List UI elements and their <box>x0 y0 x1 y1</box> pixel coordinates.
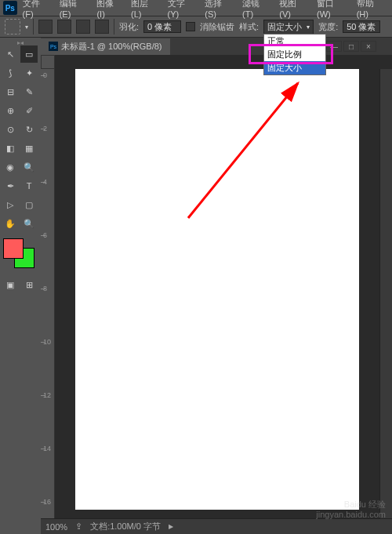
tool-text[interactable]: T <box>20 177 38 194</box>
style-select-value: 固定大小 <box>267 21 302 33</box>
tool-brush[interactable]: ✐ <box>20 102 38 119</box>
tool-eraser[interactable]: ◧ <box>2 140 19 157</box>
selection-add-button[interactable] <box>57 20 71 34</box>
menu-view[interactable]: 视图(V) <box>275 0 311 20</box>
tool-dodge[interactable]: 🔍 <box>20 158 38 176</box>
tool-screenmode[interactable]: ⊞ <box>20 276 38 293</box>
tool-lasso[interactable]: ⟆ <box>2 64 19 82</box>
tool-crop[interactable]: ⊟ <box>2 83 19 100</box>
tool-hand[interactable]: ✋ <box>2 215 19 232</box>
menu-filter[interactable]: 滤镜(T) <box>238 0 274 20</box>
tool-eyedropper[interactable]: ✎ <box>20 83 38 100</box>
color-swatches[interactable] <box>2 238 38 270</box>
style-label: 样式: <box>239 21 259 33</box>
antialias-checkbox[interactable] <box>186 22 195 31</box>
window-minimize-button[interactable]: — <box>326 41 342 52</box>
style-select[interactable]: 固定大小 ▾ <box>263 20 314 35</box>
style-option-normal[interactable]: 正常 <box>264 35 325 48</box>
window-maximize-button[interactable]: □ <box>343 41 359 52</box>
status-zoom[interactable]: 100% <box>45 522 67 532</box>
share-icon[interactable]: ⇪ <box>75 521 82 532</box>
tool-zoom[interactable]: 🔍 <box>20 215 38 232</box>
tool-marquee[interactable]: ▭ <box>20 45 38 63</box>
tool-history-brush[interactable]: ↻ <box>20 121 38 138</box>
document-tab-title: 未标题-1 @ 100%(RGB/8) <box>61 41 162 53</box>
selection-new-button[interactable] <box>38 20 53 34</box>
menu-edit[interactable]: 编辑(E) <box>56 0 92 20</box>
status-doc-info: 文档:1.00M/0 字节 <box>90 521 161 532</box>
vertical-scrollbar[interactable] <box>379 69 392 518</box>
menu-select[interactable]: 选择(S) <box>201 0 237 20</box>
feather-input[interactable] <box>143 20 181 33</box>
document-tab[interactable]: Ps 未标题-1 @ 100%(RGB/8) <box>41 38 170 55</box>
tool-path-select[interactable]: ▷ <box>2 196 19 213</box>
feather-label: 羽化: <box>119 21 139 33</box>
status-menu-icon[interactable]: ▶ <box>169 523 173 530</box>
tool-shape[interactable]: ▢ <box>20 196 38 213</box>
foreground-color-swatch[interactable] <box>3 238 24 259</box>
width-input[interactable] <box>343 20 380 33</box>
ps-logo: Ps <box>3 1 17 15</box>
menu-text[interactable]: 文字(Y) <box>164 0 200 20</box>
ruler-corner <box>41 55 55 69</box>
ps-mini-icon: Ps <box>49 42 58 51</box>
tool-gradient[interactable]: ▦ <box>20 140 38 157</box>
marquee-tool-indicator <box>5 19 20 35</box>
menu-help[interactable]: 帮助(H) <box>353 0 389 20</box>
window-close-button[interactable]: × <box>361 41 376 52</box>
selection-intersect-button[interactable] <box>95 20 109 34</box>
menu-window[interactable]: 窗口(W) <box>313 0 351 20</box>
antialias-label: 消除锯齿 <box>200 21 234 33</box>
tools-collapse-icon[interactable]: ▸◂ <box>2 39 39 45</box>
selection-subtract-button[interactable] <box>76 20 90 34</box>
tool-magic-wand[interactable]: ✦ <box>20 64 38 82</box>
width-label: 宽度: <box>318 21 338 33</box>
tool-quickmask[interactable]: ▣ <box>2 276 19 293</box>
style-dropdown: 正常 固定比例 固定大小 <box>263 34 326 75</box>
tool-stamp[interactable]: ⊙ <box>2 121 19 138</box>
tool-healing[interactable]: ⊕ <box>2 102 19 119</box>
ruler-vertical[interactable]: 0246810121416 <box>41 69 55 518</box>
canvas[interactable] <box>75 69 359 510</box>
menu-file[interactable]: 文件(F) <box>19 0 54 20</box>
tool-pen[interactable]: ✒ <box>2 177 19 194</box>
menu-layer[interactable]: 图层(L) <box>127 0 162 20</box>
style-option-fixed[interactable]: 固定大小 <box>264 61 325 74</box>
tool-blur[interactable]: ◉ <box>2 158 19 176</box>
menu-image[interactable]: 图像(I) <box>93 0 125 20</box>
watermark: Baidu 经验 jingyan.baidu.com <box>316 499 386 520</box>
chevron-down-icon: ▾ <box>307 24 310 31</box>
tools-panel: ▸◂ ↖▭ ⟆✦ ⊟✎ ⊕✐ ⊙↻ ◧▦ ◉🔍 ✒T ▷▢ ✋🔍 ▣⊞ <box>0 38 41 534</box>
style-option-ratio[interactable]: 固定比例 <box>264 48 325 61</box>
tool-move[interactable]: ↖ <box>2 45 19 63</box>
